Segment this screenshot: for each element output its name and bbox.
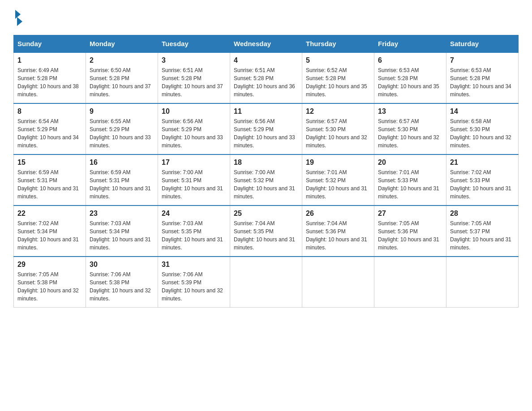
day-header-thursday: Thursday <box>302 35 374 53</box>
day-info: Sunrise: 6:55 AMSunset: 5:29 PMDaylight:… <box>90 117 154 150</box>
day-cell-27: 27Sunrise: 7:05 AMSunset: 5:36 PMDayligh… <box>374 206 446 257</box>
day-info: Sunrise: 6:51 AMSunset: 5:28 PMDaylight:… <box>234 66 298 98</box>
day-cell-30: 30Sunrise: 7:06 AMSunset: 5:38 PMDayligh… <box>86 257 158 308</box>
day-cell-13: 13Sunrise: 6:57 AMSunset: 5:30 PMDayligh… <box>374 103 446 154</box>
day-header-friday: Friday <box>374 35 446 53</box>
empty-cell <box>230 257 302 308</box>
day-header-sunday: Sunday <box>14 35 86 53</box>
day-cell-11: 11Sunrise: 6:56 AMSunset: 5:29 PMDayligh… <box>230 103 302 154</box>
day-info: Sunrise: 6:56 AMSunset: 5:29 PMDaylight:… <box>162 117 226 150</box>
day-number: 31 <box>162 261 226 269</box>
day-number: 18 <box>234 158 298 167</box>
day-cell-22: 22Sunrise: 7:02 AMSunset: 5:34 PMDayligh… <box>14 206 86 257</box>
day-number: 17 <box>162 158 226 167</box>
day-info: Sunrise: 6:51 AMSunset: 5:28 PMDaylight:… <box>162 66 226 98</box>
day-info: Sunrise: 7:05 AMSunset: 5:37 PMDaylight:… <box>450 219 515 252</box>
day-cell-24: 24Sunrise: 7:03 AMSunset: 5:35 PMDayligh… <box>158 206 230 257</box>
page-header <box>13 9 519 26</box>
day-info: Sunrise: 7:03 AMSunset: 5:34 PMDaylight:… <box>90 219 154 252</box>
day-info: Sunrise: 7:04 AMSunset: 5:36 PMDaylight:… <box>306 219 370 252</box>
day-cell-18: 18Sunrise: 7:00 AMSunset: 5:32 PMDayligh… <box>230 154 302 206</box>
day-number: 16 <box>90 158 154 167</box>
day-number: 12 <box>306 107 370 116</box>
day-info: Sunrise: 6:59 AMSunset: 5:31 PMDaylight:… <box>90 168 154 201</box>
day-number: 28 <box>450 210 515 218</box>
day-number: 2 <box>90 56 154 64</box>
day-info: Sunrise: 7:03 AMSunset: 5:35 PMDaylight:… <box>162 219 226 252</box>
day-number: 19 <box>306 158 370 167</box>
day-number: 5 <box>306 56 370 64</box>
day-info: Sunrise: 7:06 AMSunset: 5:39 PMDaylight:… <box>162 270 226 303</box>
day-cell-29: 29Sunrise: 7:05 AMSunset: 5:38 PMDayligh… <box>14 257 86 308</box>
day-number: 10 <box>162 107 226 116</box>
day-info: Sunrise: 6:58 AMSunset: 5:30 PMDaylight:… <box>450 117 515 150</box>
day-number: 11 <box>234 107 298 116</box>
day-number: 14 <box>450 107 515 116</box>
day-number: 30 <box>90 261 154 269</box>
day-number: 4 <box>234 56 298 64</box>
day-number: 22 <box>17 210 82 218</box>
day-info: Sunrise: 6:57 AMSunset: 5:30 PMDaylight:… <box>378 117 442 150</box>
day-number: 8 <box>17 107 82 116</box>
day-number: 23 <box>90 210 154 218</box>
day-info: Sunrise: 7:00 AMSunset: 5:31 PMDaylight:… <box>162 168 226 201</box>
day-info: Sunrise: 7:01 AMSunset: 5:32 PMDaylight:… <box>306 168 370 201</box>
day-info: Sunrise: 6:57 AMSunset: 5:30 PMDaylight:… <box>306 117 370 150</box>
day-info: Sunrise: 6:50 AMSunset: 5:28 PMDaylight:… <box>90 66 154 98</box>
day-header-monday: Monday <box>86 35 158 53</box>
day-cell-3: 3Sunrise: 6:51 AMSunset: 5:28 PMDaylight… <box>158 52 230 103</box>
week-row-4: 22Sunrise: 7:02 AMSunset: 5:34 PMDayligh… <box>14 206 519 257</box>
day-number: 3 <box>162 56 226 64</box>
week-row-2: 8Sunrise: 6:54 AMSunset: 5:29 PMDaylight… <box>14 103 519 154</box>
day-cell-19: 19Sunrise: 7:01 AMSunset: 5:32 PMDayligh… <box>302 154 374 206</box>
empty-cell <box>374 257 446 308</box>
day-cell-16: 16Sunrise: 6:59 AMSunset: 5:31 PMDayligh… <box>86 154 158 206</box>
day-info: Sunrise: 6:53 AMSunset: 5:28 PMDaylight:… <box>450 66 515 98</box>
week-row-5: 29Sunrise: 7:05 AMSunset: 5:38 PMDayligh… <box>14 257 519 308</box>
logo <box>13 9 24 26</box>
week-row-1: 1Sunrise: 6:49 AMSunset: 5:28 PMDaylight… <box>14 52 519 103</box>
day-cell-1: 1Sunrise: 6:49 AMSunset: 5:28 PMDaylight… <box>14 52 86 103</box>
day-cell-26: 26Sunrise: 7:04 AMSunset: 5:36 PMDayligh… <box>302 206 374 257</box>
day-info: Sunrise: 7:00 AMSunset: 5:32 PMDaylight:… <box>234 168 298 201</box>
day-cell-6: 6Sunrise: 6:53 AMSunset: 5:28 PMDaylight… <box>374 52 446 103</box>
day-info: Sunrise: 6:52 AMSunset: 5:28 PMDaylight:… <box>306 66 370 98</box>
day-number: 6 <box>378 56 442 64</box>
day-cell-31: 31Sunrise: 7:06 AMSunset: 5:39 PMDayligh… <box>158 257 230 308</box>
day-number: 1 <box>17 56 82 64</box>
day-cell-15: 15Sunrise: 6:59 AMSunset: 5:31 PMDayligh… <box>14 154 86 206</box>
calendar-table: SundayMondayTuesdayWednesdayThursdayFrid… <box>13 35 519 308</box>
day-cell-14: 14Sunrise: 6:58 AMSunset: 5:30 PMDayligh… <box>446 103 519 154</box>
day-cell-28: 28Sunrise: 7:05 AMSunset: 5:37 PMDayligh… <box>446 206 519 257</box>
day-cell-4: 4Sunrise: 6:51 AMSunset: 5:28 PMDaylight… <box>230 52 302 103</box>
day-cell-21: 21Sunrise: 7:02 AMSunset: 5:33 PMDayligh… <box>446 154 519 206</box>
empty-cell <box>446 257 519 308</box>
day-cell-20: 20Sunrise: 7:01 AMSunset: 5:33 PMDayligh… <box>374 154 446 206</box>
day-number: 27 <box>378 210 442 218</box>
day-cell-25: 25Sunrise: 7:04 AMSunset: 5:35 PMDayligh… <box>230 206 302 257</box>
day-cell-8: 8Sunrise: 6:54 AMSunset: 5:29 PMDaylight… <box>14 103 86 154</box>
day-number: 26 <box>306 210 370 218</box>
day-cell-5: 5Sunrise: 6:52 AMSunset: 5:28 PMDaylight… <box>302 52 374 103</box>
day-info: Sunrise: 7:01 AMSunset: 5:33 PMDaylight:… <box>378 168 442 201</box>
day-info: Sunrise: 7:02 AMSunset: 5:33 PMDaylight:… <box>450 168 515 201</box>
day-cell-7: 7Sunrise: 6:53 AMSunset: 5:28 PMDaylight… <box>446 52 519 103</box>
day-number: 21 <box>450 158 515 167</box>
day-header-tuesday: Tuesday <box>158 35 230 53</box>
day-info: Sunrise: 6:54 AMSunset: 5:29 PMDaylight:… <box>17 117 82 150</box>
day-number: 15 <box>17 158 82 167</box>
day-info: Sunrise: 6:56 AMSunset: 5:29 PMDaylight:… <box>234 117 298 150</box>
day-number: 7 <box>450 56 515 64</box>
day-number: 29 <box>17 261 82 269</box>
day-cell-12: 12Sunrise: 6:57 AMSunset: 5:30 PMDayligh… <box>302 103 374 154</box>
day-info: Sunrise: 7:05 AMSunset: 5:38 PMDaylight:… <box>17 270 82 303</box>
day-cell-17: 17Sunrise: 7:00 AMSunset: 5:31 PMDayligh… <box>158 154 230 206</box>
day-number: 25 <box>234 210 298 218</box>
day-cell-23: 23Sunrise: 7:03 AMSunset: 5:34 PMDayligh… <box>86 206 158 257</box>
day-number: 13 <box>378 107 442 116</box>
day-number: 20 <box>378 158 442 167</box>
day-header-wednesday: Wednesday <box>230 35 302 53</box>
week-row-3: 15Sunrise: 6:59 AMSunset: 5:31 PMDayligh… <box>14 154 519 206</box>
day-info: Sunrise: 7:05 AMSunset: 5:36 PMDaylight:… <box>378 219 442 252</box>
day-number: 9 <box>90 107 154 116</box>
